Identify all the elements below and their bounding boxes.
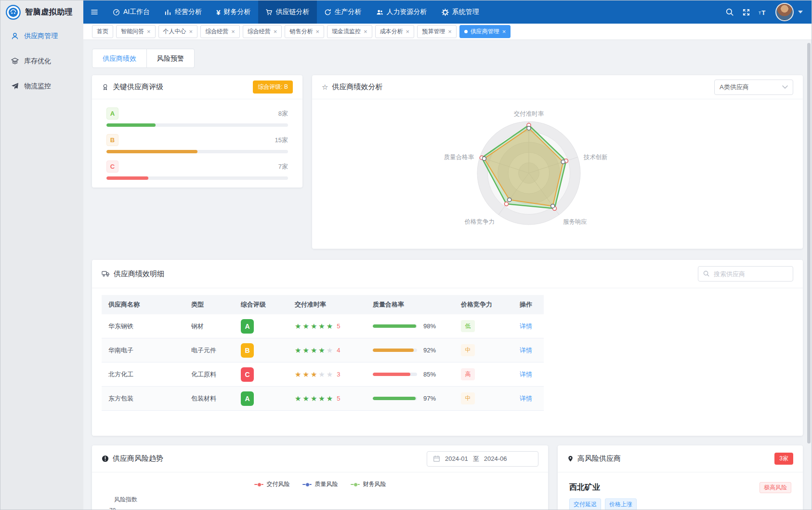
grade-badge: C: [106, 161, 118, 173]
nav-item-business-analysis[interactable]: 经营分析: [157, 0, 209, 24]
header-actions: TT: [721, 0, 812, 24]
window-tab-label: 个人中心: [163, 27, 186, 36]
supplier-name: 西北矿业: [569, 483, 600, 493]
radar-point: [508, 198, 511, 201]
nav-item-system-management[interactable]: 系统管理: [434, 0, 486, 24]
star-icon: ★: [318, 395, 325, 402]
fullscreen-icon[interactable]: [742, 8, 750, 16]
window-tab[interactable]: 智能问答×: [116, 25, 156, 38]
chevron-down-icon: [782, 85, 788, 89]
window-tab[interactable]: 预算管理×: [417, 25, 457, 38]
window-tab[interactable]: 销售分析×: [285, 25, 324, 38]
table-row: 华南电子电子元件B★★★★★492%中详情: [102, 338, 544, 362]
date-range-picker[interactable]: 2024-01 至 2024-06: [427, 451, 538, 467]
risk-tag: 价格上涨: [605, 498, 637, 510]
window-tab-label: 首页: [97, 27, 108, 36]
grade-badge: C: [241, 367, 254, 382]
close-tab-icon[interactable]: ×: [274, 28, 277, 35]
scrollbar-thumb[interactable]: [807, 43, 811, 443]
detail-link[interactable]: 详情: [520, 394, 532, 403]
user-avatar[interactable]: [775, 3, 794, 21]
star-count: 5: [337, 395, 340, 402]
radar-point: [551, 204, 555, 208]
scrollbar: [807, 42, 811, 508]
nav-item-ai-workbench[interactable]: AI工作台: [105, 0, 157, 24]
legend-item[interactable]: 交付风险: [254, 480, 290, 488]
action-cell: 详情: [513, 346, 544, 355]
search-icon[interactable]: [725, 8, 734, 16]
pass-rate-cell: 92%: [366, 347, 454, 354]
legend-label: 交付风险: [267, 480, 290, 488]
sidebar-item-logistics-monitoring[interactable]: 物流监控: [0, 74, 83, 99]
nav-item-production-analysis[interactable]: 生产分析: [317, 0, 369, 24]
close-tab-icon[interactable]: ×: [147, 28, 151, 35]
window-tab[interactable]: 首页: [92, 25, 113, 38]
detail-link[interactable]: 详情: [520, 322, 532, 331]
star-icon: ★: [311, 371, 317, 378]
close-tab-icon[interactable]: ×: [315, 28, 319, 35]
font-size-icon[interactable]: TT: [759, 9, 767, 16]
star-icon: ★: [295, 371, 301, 378]
action-cell: 详情: [513, 370, 544, 379]
close-tab-icon[interactable]: ×: [502, 28, 506, 35]
detail-link[interactable]: 详情: [520, 370, 532, 379]
window-tab[interactable]: 综合经营×: [200, 25, 240, 38]
content-tab[interactable]: 风险预警: [147, 49, 195, 68]
price-level-tag: 中: [461, 344, 475, 356]
sidebar-item-inventory-optimization[interactable]: 库存优化: [0, 49, 83, 74]
radar-axis-label: 质量合格率: [444, 154, 474, 161]
top-header: 智脑虚拟助理 AI工作台经营分析¥财务分析供应链分析生产分析人力资源分析系统管理…: [0, 0, 812, 24]
table-header-row: 供应商名称类型综合评级交付准时率质量合格率价格竞争力操作: [102, 295, 544, 314]
close-tab-icon[interactable]: ×: [364, 28, 367, 35]
grade-badge: A: [241, 391, 254, 406]
nav-item-hr-analysis[interactable]: 人力资源分析: [369, 0, 434, 24]
supplier-type-cell: 包装材料: [184, 394, 234, 403]
app-title: 智脑虚拟助理: [25, 7, 73, 17]
star-icon: ★: [302, 395, 309, 402]
nav-item-finance-analysis[interactable]: ¥财务分析: [209, 0, 258, 24]
sidebar-item-label: 物流监控: [24, 82, 51, 91]
column-header: 类型: [184, 300, 234, 309]
grade-cell: A: [234, 319, 288, 334]
supplier-type-cell: 电子元件: [184, 346, 234, 355]
high-risk-list: 西北矿业极高风险交付延迟价格上涨: [558, 472, 803, 510]
nav-item-menu-toggle[interactable]: [83, 0, 105, 24]
pass-rate-cell: 85%: [366, 371, 454, 378]
column-header: 供应商名称: [102, 300, 184, 309]
sidebar-item-supplier-management[interactable]: 供应商管理: [0, 24, 83, 49]
window-tab[interactable]: 现金流监控×: [327, 25, 372, 38]
radar-card-header: ☆ 供应商绩效分析 A类供应商: [312, 75, 803, 99]
radar-point: [527, 126, 531, 130]
warning-circle-icon: [102, 455, 109, 462]
content-tab[interactable]: 供应商绩效: [92, 49, 147, 68]
grade-badge: B: [106, 134, 118, 146]
window-tab[interactable]: 个人中心×: [158, 25, 198, 38]
window-tab[interactable]: 综合经营×: [243, 25, 282, 38]
high-risk-header: 高风险供应商 3家: [558, 445, 803, 472]
action-cell: 详情: [513, 322, 544, 331]
supplier-class-select[interactable]: A类供应商: [714, 80, 793, 95]
window-tab[interactable]: 成本分析×: [375, 25, 415, 38]
close-tab-icon[interactable]: ×: [189, 28, 193, 35]
star-icon: ★: [302, 322, 309, 330]
column-header: 操作: [513, 300, 544, 309]
detail-link[interactable]: 详情: [520, 346, 532, 355]
pass-rate-bar-fill: [373, 397, 416, 400]
supplier-search-input[interactable]: [698, 266, 793, 282]
menu-icon: [91, 8, 98, 16]
nav-item-label: 人力资源分析: [387, 8, 427, 16]
star-rating: ★★★★★: [295, 395, 333, 402]
window-tab[interactable]: 供应商管理×: [459, 25, 511, 38]
close-tab-icon[interactable]: ×: [406, 28, 410, 35]
date-range-end: 2024-06: [484, 455, 507, 462]
column-header: 综合评级: [234, 300, 288, 309]
close-tab-icon[interactable]: ×: [231, 28, 235, 35]
supplier-name-cell: 华东钢铁: [102, 322, 184, 331]
grade-count: 8家: [278, 109, 288, 118]
user-menu-caret-icon[interactable]: [798, 11, 803, 13]
legend-item[interactable]: 财务风险: [351, 480, 386, 488]
content-area: 供应商绩效风险预警 关键供应商评级 综合评级: B A8家B15家C7家 ☆ 供…: [83, 40, 812, 510]
nav-item-supply-chain-analysis[interactable]: 供应链分析: [258, 0, 317, 24]
close-tab-icon[interactable]: ×: [448, 28, 452, 35]
legend-item[interactable]: 质量风险: [302, 480, 338, 488]
